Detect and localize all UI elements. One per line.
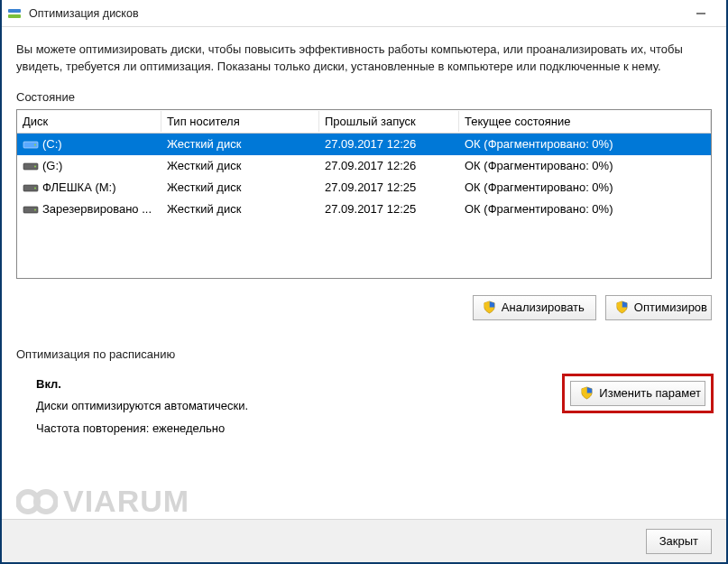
uac-shield-icon <box>483 300 496 314</box>
drive-icon <box>23 181 39 194</box>
close-button[interactable]: Закрыт <box>646 529 712 554</box>
svg-point-5 <box>34 144 36 146</box>
cell-disk-label: Зарезервировано ... <box>42 202 152 216</box>
cell-disk-label: ФЛЕШКА (M:) <box>42 180 116 194</box>
change-settings-button-label: Изменить парамет <box>599 386 701 400</box>
change-settings-button[interactable]: Изменить парамет <box>570 381 705 406</box>
schedule-header: Оптимизация по расписанию <box>16 347 712 361</box>
watermark-text: VIARUM <box>63 484 189 519</box>
svg-point-16 <box>36 492 56 512</box>
col-header-disk[interactable]: Диск <box>17 111 161 132</box>
table-row[interactable]: (C:)Жесткий диск27.09.2017 12:26ОК (Фраг… <box>17 134 711 155</box>
bottom-bar: Закрыт <box>2 519 726 562</box>
svg-point-8 <box>34 166 36 168</box>
description-text: Вы можете оптимизировать диски, чтобы по… <box>16 42 712 76</box>
svg-point-11 <box>34 188 36 190</box>
cell-disk-label: (G:) <box>42 159 62 172</box>
window-title: Оптимизация дисков <box>29 7 680 20</box>
drive-icon <box>23 160 39 172</box>
titlebar: Оптимизация дисков <box>2 0 726 27</box>
app-icon <box>7 6 22 21</box>
drive-icon <box>23 138 39 151</box>
optimize-button-label: Оптимизиров <box>634 300 707 314</box>
cell-disk: Зарезервировано ... <box>17 199 161 219</box>
cell-last-run: 27.09.2017 12:26 <box>319 134 459 153</box>
cell-media: Жесткий диск <box>161 199 319 218</box>
svg-point-15 <box>18 492 38 512</box>
schedule-on-label: Вкл. <box>36 374 562 396</box>
cell-disk: (G:) <box>17 156 161 176</box>
analyze-button[interactable]: Анализировать <box>473 295 596 320</box>
schedule-frequency-text: Частота повторения: еженедельно <box>36 418 562 440</box>
schedule-status-block: Вкл. Диски оптимизируются автоматически.… <box>16 374 562 440</box>
svg-rect-1 <box>8 14 21 18</box>
table-row[interactable]: ФЛЕШКА (M:)Жесткий диск27.09.2017 12:25О… <box>17 177 711 199</box>
analyze-button-label: Анализировать <box>502 300 585 314</box>
cell-media: Жесткий диск <box>161 134 319 153</box>
schedule-auto-text: Диски оптимизируются автоматически. <box>36 395 562 418</box>
cell-media: Жесткий диск <box>161 156 319 175</box>
highlight-box: Изменить парамет <box>562 374 714 413</box>
cell-last-run: 27.09.2017 12:25 <box>319 178 459 197</box>
watermark: VIARUM <box>16 484 189 519</box>
status-label: Состояние <box>16 90 712 104</box>
cell-disk-label: (C:) <box>42 137 62 151</box>
cell-current-state: ОК (Фрагментировано: 0%) <box>459 199 711 218</box>
grid-header: Диск Тип носителя Прошлый запуск Текущее… <box>17 110 711 134</box>
cell-current-state: ОК (Фрагментировано: 0%) <box>459 178 711 197</box>
uac-shield-icon <box>580 386 594 400</box>
drives-grid[interactable]: Диск Тип носителя Прошлый запуск Текущее… <box>16 109 712 279</box>
col-header-state[interactable]: Текущее состояние <box>459 111 711 132</box>
action-buttons-row: Анализировать Оптимизиров <box>16 295 712 320</box>
table-row[interactable]: Зарезервировано ...Жесткий диск27.09.201… <box>17 199 711 220</box>
drive-icon <box>23 203 39 216</box>
col-header-last[interactable]: Прошлый запуск <box>319 111 459 132</box>
close-button-label: Закрыт <box>659 534 698 548</box>
table-row[interactable]: (G:)Жесткий диск27.09.2017 12:26ОК (Фраг… <box>17 155 711 177</box>
svg-rect-0 <box>8 9 21 13</box>
cell-media: Жесткий диск <box>161 178 319 197</box>
cell-disk: ФЛЕШКА (M:) <box>17 178 161 198</box>
cell-disk: (C:) <box>17 134 161 154</box>
cell-last-run: 27.09.2017 12:25 <box>319 199 459 218</box>
col-header-media[interactable]: Тип носителя <box>161 111 319 132</box>
svg-point-14 <box>34 209 36 211</box>
uac-shield-icon <box>615 300 629 314</box>
cell-current-state: ОК (Фрагментировано: 0%) <box>459 134 711 153</box>
cell-last-run: 27.09.2017 12:26 <box>319 156 459 175</box>
optimize-button[interactable]: Оптимизиров <box>605 295 712 320</box>
minimize-button[interactable] <box>680 1 721 26</box>
cell-current-state: ОК (Фрагментировано: 0%) <box>459 156 711 175</box>
